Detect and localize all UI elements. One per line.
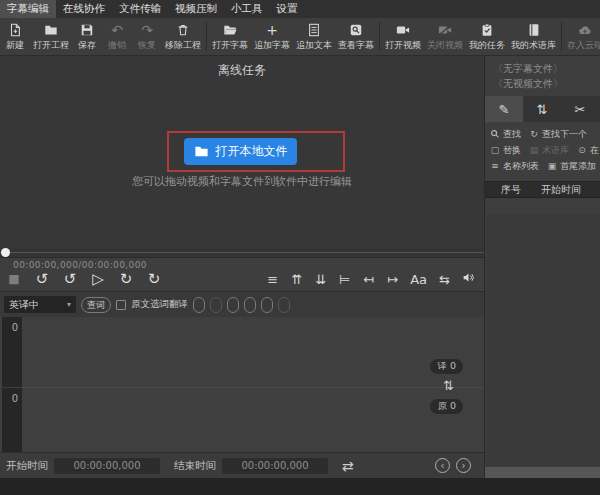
start-time-label: 开始时间 (6, 459, 48, 473)
subtitle-tools: ≡⇈⇊⊨↤↦Aa⇆ (266, 270, 475, 288)
one-click-translate-button[interactable] (261, 297, 273, 313)
chevron-down-icon: ▾ (67, 300, 71, 309)
no-subtitle-label: 〈无字幕文件〉 (493, 61, 600, 76)
subtitle-table-header: 序号 开始时间 (485, 181, 600, 198)
file-status: 〈无字幕文件〉 〈无视频文件〉 (485, 56, 600, 93)
play-button[interactable]: ▷ (90, 270, 106, 288)
menu-bar: 字幕编辑在线协作文件传输视频压制小工具设置 (0, 0, 600, 18)
redo-button[interactable]: ↷ 恢复 (132, 18, 162, 55)
open-subtitle-button[interactable]: 打开字幕 (209, 18, 251, 55)
tab-split[interactable]: ✂ (561, 96, 599, 122)
stop-button[interactable]: ■ (6, 270, 22, 288)
subtitle-table-body[interactable] (486, 214, 600, 467)
cloud-save-button[interactable]: 存入云端 (564, 18, 600, 55)
machine-translate-sentence-button[interactable] (244, 297, 256, 313)
lookup-word-button[interactable]: 查词 (81, 297, 111, 313)
subtitle-style-button[interactable]: ≡ (266, 270, 279, 288)
name-list-button[interactable]: ≡名称列表 (490, 160, 539, 173)
align-button[interactable]: ⊨ (338, 270, 351, 288)
menu-tools[interactable]: 小工具 (224, 0, 270, 18)
save-button[interactable]: 保存 (72, 18, 102, 55)
end-time-label: 结束时间 (174, 459, 216, 473)
tab-edit[interactable]: ✎ (485, 96, 523, 122)
camera-off-icon (436, 22, 454, 38)
timeline-slider[interactable] (0, 248, 484, 257)
find-next-button[interactable]: ↻查找下一个 (529, 128, 587, 141)
source-select-translate-checkbox[interactable] (116, 300, 126, 310)
dot-icon: ⊙ (577, 145, 587, 155)
source-textarea[interactable] (22, 388, 484, 452)
find-button[interactable]: 查找 (490, 128, 521, 141)
target-count-badge: 译 0 (430, 359, 463, 374)
rewind-button[interactable]: ↺ (62, 270, 78, 288)
append-subtitle-button[interactable]: + 追加字幕 (251, 18, 293, 55)
jump-start-button[interactable]: ↤ (362, 270, 375, 288)
panel-scrollbar[interactable] (485, 467, 600, 478)
forward-frame-button[interactable]: ↻ (146, 270, 162, 288)
volume-button[interactable] (462, 270, 475, 288)
timeline-knob[interactable] (1, 248, 10, 257)
menu-settings[interactable]: 设置 (270, 0, 305, 18)
view-subtitle-button[interactable]: 查看字幕 (335, 18, 377, 55)
ai-transcribe-button[interactable] (227, 297, 239, 313)
headtail-add-button[interactable]: ▣首尾添加 (547, 160, 596, 173)
undo-button[interactable]: ↶ 撤销 (102, 18, 132, 55)
prev-subtitle-button[interactable]: ‹ (435, 458, 450, 473)
font-size-button[interactable]: Aa (410, 270, 427, 288)
my-termbase-button[interactable]: 我的术语库 (508, 18, 559, 55)
timing-bar: 开始时间 结束时间 ⇄ ‹ › (0, 452, 484, 478)
close-video-button[interactable]: 关闭视频 (424, 18, 466, 55)
col-start-time: 开始时间 (541, 183, 581, 197)
subtitle-nav: ‹ › (435, 458, 471, 473)
language-select[interactable]: 英译中 ▾ (4, 296, 76, 313)
search-row: ≡名称列表▣首尾添加 (488, 158, 600, 174)
translate-bar: 英译中 ▾ 查词 原文选词翻译 (0, 291, 484, 317)
target-line-number: 0 (2, 317, 22, 387)
swap-times-button[interactable]: ⇄ (342, 458, 354, 474)
tab-timeline[interactable]: ⇅ (523, 96, 561, 122)
right-panel: 〈无字幕文件〉 〈无视频文件〉 ✎⇅✂ 查找↻查找下一个 ▢替换▤术语库⊙在 ≡… (484, 56, 600, 478)
replace-button[interactable]: ▢替换 (490, 144, 521, 157)
swap-lines-button[interactable]: ⇅ (443, 378, 454, 393)
my-tasks-button[interactable]: 我的任务 (466, 18, 508, 55)
search-row: 查找↻查找下一个 (488, 126, 600, 142)
rewind-frame-button[interactable]: ↺ (34, 270, 50, 288)
playback-buttons: ■↺↺▷↻↻ (6, 270, 162, 288)
target-textarea[interactable] (22, 317, 484, 387)
remove-project-button[interactable]: 移除工程 (162, 18, 204, 55)
translate-done-button[interactable] (278, 297, 290, 313)
new-button[interactable]: 新建 (0, 18, 30, 55)
add-to-termbase-button[interactable] (210, 297, 222, 313)
forward-button[interactable]: ↻ (118, 270, 134, 288)
redo-icon: ↷ (138, 22, 156, 38)
book-icon (525, 22, 543, 38)
merge-down-button[interactable]: ⇊ (314, 270, 327, 288)
simplified-traditional-button[interactable] (193, 297, 205, 313)
checkbox-label: 原文选词翻译 (131, 298, 188, 311)
merge-up-button[interactable]: ⇈ (290, 270, 303, 288)
toolbar-separator (379, 22, 380, 51)
search-icon (490, 129, 500, 139)
open-project-button[interactable]: 打开工程 (30, 18, 72, 55)
menu-file-transfer[interactable]: 文件传输 (112, 0, 168, 18)
find-next-icon: ↻ (529, 129, 539, 139)
menu-online-collab[interactable]: 在线协作 (56, 0, 112, 18)
subtitle-editor: 0 0 译 0 ⇅ 原 0 (0, 317, 484, 452)
termbase-button[interactable]: ▤术语库 (529, 144, 569, 157)
clipped-item[interactable]: ⊙在 (577, 144, 599, 157)
menu-subtitle-edit[interactable]: 字幕编辑 (0, 0, 56, 18)
menu-video-encode[interactable]: 视频压制 (168, 0, 224, 18)
page-title: 离线任务 (0, 62, 484, 79)
end-time-input[interactable] (222, 458, 328, 474)
trash-icon (174, 22, 192, 38)
append-text-button[interactable]: 追加文本 (293, 18, 335, 55)
headtail-icon: ▣ (547, 161, 557, 171)
next-subtitle-button[interactable]: › (456, 458, 471, 473)
swap-button[interactable]: ⇆ (438, 270, 451, 288)
player-time: 00:00:00,000/00:00:00,000 (13, 260, 147, 270)
open-local-file-button[interactable]: 打开本地文件 (184, 138, 297, 165)
start-time-input[interactable] (54, 458, 160, 474)
jump-end-button[interactable]: ↦ (386, 270, 399, 288)
open-video-button[interactable]: 打开视频 (382, 18, 424, 55)
status-bar (0, 478, 600, 495)
